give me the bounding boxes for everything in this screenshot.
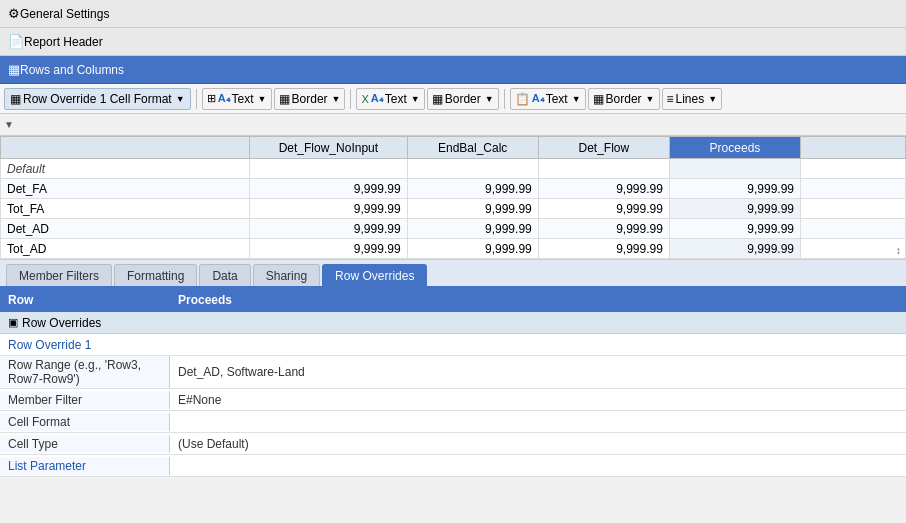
props-header: Row Proceeds bbox=[0, 288, 906, 312]
prop-value-list-parameter[interactable] bbox=[170, 464, 906, 468]
cell-det-ad-proceeds: 9,999.99 bbox=[669, 219, 800, 239]
prop-label-cell-type: Cell Type bbox=[0, 435, 170, 453]
grid-row-default: Default bbox=[1, 159, 906, 179]
tabs-bar: Member Filters Formatting Data Sharing R… bbox=[0, 260, 906, 288]
grid-row-tot-ad: Tot_AD 9,999.99 9,999.99 9,999.99 9,999.… bbox=[1, 239, 906, 259]
general-settings-label: General Settings bbox=[20, 7, 109, 21]
grid-table: Det_Flow_NoInput EndBal_Calc Det_Flow Pr… bbox=[0, 136, 906, 259]
cell-tot-ad-1: 9,999.99 bbox=[250, 239, 407, 259]
props-row-list-parameter: List Parameter bbox=[0, 455, 906, 477]
tab-data[interactable]: Data bbox=[199, 264, 250, 286]
cell-format-button[interactable]: ▦ Row Override 1 Cell Format ▼ bbox=[4, 88, 191, 110]
tab-row-overrides[interactable]: Row Overrides bbox=[322, 264, 427, 286]
text-btn-2[interactable]: X A₄ Text ▼ bbox=[356, 88, 424, 110]
tab-data-label: Data bbox=[212, 269, 237, 283]
cell-tot-fa-3: 9,999.99 bbox=[538, 199, 669, 219]
text-label-1: Text bbox=[232, 92, 254, 106]
border-caret-1: ▼ bbox=[332, 94, 341, 104]
row-override-1-label: Row Override 1 bbox=[8, 338, 91, 352]
sep1 bbox=[196, 89, 197, 109]
grid-row-det-fa: Det_FA 9,999.99 9,999.99 9,999.99 9,999.… bbox=[1, 179, 906, 199]
cell-det-ad-2: 9,999.99 bbox=[407, 219, 538, 239]
cell-default-proceeds bbox=[669, 159, 800, 179]
tab-member-filters-label: Member Filters bbox=[19, 269, 99, 283]
text-caret-1: ▼ bbox=[258, 94, 267, 104]
filter-row: ▼ bbox=[0, 114, 906, 136]
doc-icon-3: 📋 bbox=[515, 92, 530, 106]
cell-default-2 bbox=[407, 159, 538, 179]
cell-default-1 bbox=[250, 159, 407, 179]
row-label-tot-fa: Tot_FA bbox=[1, 199, 250, 219]
data-grid: ▼ Det_Flow_NoInput EndBal_Calc Det_Flow … bbox=[0, 114, 906, 260]
grid-row-tot-fa: Tot_FA 9,999.99 9,999.99 9,999.99 9,999.… bbox=[1, 199, 906, 219]
tab-member-filters[interactable]: Member Filters bbox=[6, 264, 112, 286]
toolbar: ▦ Row Override 1 Cell Format ▼ ⊞ A₄ Text… bbox=[0, 84, 906, 114]
text-icon-1: A₄ bbox=[218, 92, 230, 105]
cell-det-fa-5 bbox=[801, 179, 906, 199]
lines-caret: ▼ bbox=[708, 94, 717, 104]
text-caret-2: ▼ bbox=[411, 94, 420, 104]
sep2 bbox=[350, 89, 351, 109]
filter-icon: ▼ bbox=[4, 119, 14, 130]
border-icon-1: ▦ bbox=[279, 92, 290, 106]
col-header-proceeds[interactable]: Proceeds bbox=[669, 137, 800, 159]
cell-tot-fa-proceeds: 9,999.99 bbox=[669, 199, 800, 219]
text-label-2: Text bbox=[385, 92, 407, 106]
lines-btn[interactable]: ≡ Lines ▼ bbox=[662, 88, 723, 110]
cell-format-label: Row Override 1 Cell Format bbox=[23, 92, 172, 106]
props-row-row-range: Row Range (e.g., 'Row3, Row7-Row9') Det_… bbox=[0, 356, 906, 389]
props-header-row: Row bbox=[8, 293, 178, 307]
cell-tot-fa-2: 9,999.99 bbox=[407, 199, 538, 219]
row-override-1-title: Row Override 1 bbox=[0, 334, 906, 356]
collapse-icon[interactable]: ▣ bbox=[8, 316, 18, 329]
prop-value-cell-format[interactable] bbox=[170, 420, 906, 424]
cell-tot-fa-5 bbox=[801, 199, 906, 219]
prop-label-list-parameter: List Parameter bbox=[0, 457, 170, 475]
tab-formatting[interactable]: Formatting bbox=[114, 264, 197, 286]
col-header-2[interactable]: EndBal_Calc bbox=[407, 137, 538, 159]
cell-tot-fa-1: 9,999.99 bbox=[250, 199, 407, 219]
cell-det-fa-2: 9,999.99 bbox=[407, 179, 538, 199]
tab-sharing[interactable]: Sharing bbox=[253, 264, 320, 286]
rows-columns-bar: ▦ Rows and Columns bbox=[0, 56, 906, 84]
grid-header-row: Det_Flow_NoInput EndBal_Calc Det_Flow Pr… bbox=[1, 137, 906, 159]
border-caret-3: ▼ bbox=[646, 94, 655, 104]
report-header-bar: 📄 Report Header bbox=[0, 28, 906, 56]
doc-icon: 📄 bbox=[8, 34, 24, 49]
border-btn-2[interactable]: ▦ Border ▼ bbox=[427, 88, 499, 110]
col-header-3[interactable]: Det_Flow bbox=[538, 137, 669, 159]
prop-value-member-filter[interactable]: E#None bbox=[170, 391, 906, 409]
col-header-1[interactable]: Det_Flow_NoInput bbox=[250, 137, 407, 159]
cell-tot-ad-3: 9,999.99 bbox=[538, 239, 669, 259]
cell-det-ad-5 bbox=[801, 219, 906, 239]
sep3 bbox=[504, 89, 505, 109]
props-header-proceeds: Proceeds bbox=[178, 293, 898, 307]
prop-value-row-range[interactable]: Det_AD, Software-Land bbox=[170, 363, 906, 381]
cell-default-3 bbox=[538, 159, 669, 179]
border-icon-2: ▦ bbox=[432, 92, 443, 106]
props-row-member-filter: Member Filter E#None bbox=[0, 389, 906, 411]
cell-tot-ad-proceeds: 9,999.99 bbox=[669, 239, 800, 259]
border-icon-3: ▦ bbox=[593, 92, 604, 106]
cell-format-icon: ▦ bbox=[10, 92, 21, 106]
prop-label-cell-format: Cell Format bbox=[0, 413, 170, 431]
text-caret-3: ▼ bbox=[572, 94, 581, 104]
col-header-0 bbox=[1, 137, 250, 159]
grid-row-det-ad: Det_AD 9,999.99 9,999.99 9,999.99 9,999.… bbox=[1, 219, 906, 239]
border-btn-3[interactable]: ▦ Border ▼ bbox=[588, 88, 660, 110]
prop-value-cell-type[interactable]: (Use Default) bbox=[170, 435, 906, 453]
report-header-label: Report Header bbox=[24, 35, 103, 49]
border-btn-1[interactable]: ▦ Border ▼ bbox=[274, 88, 346, 110]
cursor-indicator: ↕ bbox=[896, 245, 901, 256]
border-label-1: Border bbox=[292, 92, 328, 106]
cell-tot-ad-2: 9,999.99 bbox=[407, 239, 538, 259]
row-label-det-ad: Det_AD bbox=[1, 219, 250, 239]
row-overrides-section: ▣ Row Overrides bbox=[0, 312, 906, 334]
cell-det-fa-1: 9,999.99 bbox=[250, 179, 407, 199]
row-overrides-label: Row Overrides bbox=[22, 316, 101, 330]
cell-det-fa-proceeds: 9,999.99 bbox=[669, 179, 800, 199]
cell-tot-ad-5: ↕ bbox=[801, 239, 906, 259]
text-btn-3[interactable]: 📋 A₄ Text ▼ bbox=[510, 88, 586, 110]
prop-label-row-range: Row Range (e.g., 'Row3, Row7-Row9') bbox=[0, 356, 170, 388]
text-btn-1[interactable]: ⊞ A₄ Text ▼ bbox=[202, 88, 272, 110]
